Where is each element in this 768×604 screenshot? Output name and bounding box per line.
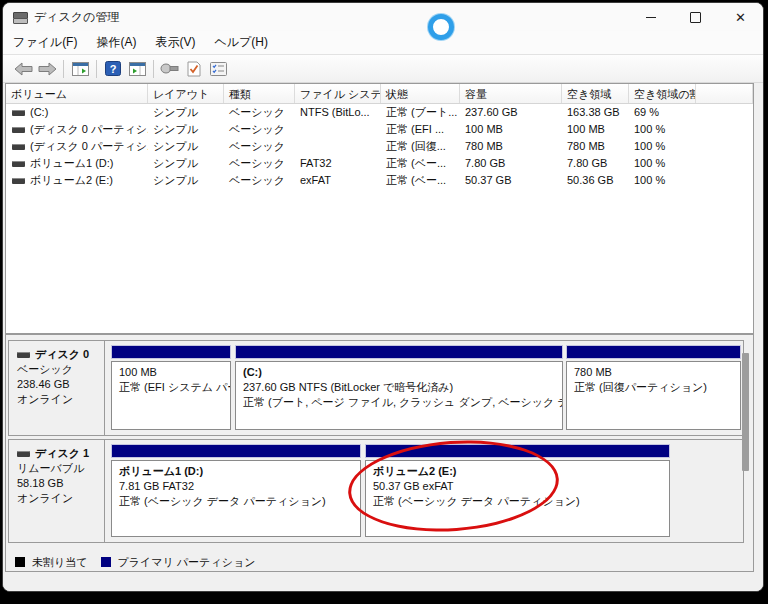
partition-status: 正常 (EFI システム パー: [119, 380, 224, 395]
volume-type: ベーシック: [224, 172, 295, 189]
disk-graphical-panel: ディスク 0 ベーシック 238.46 GB オンライン 100 MB 正常 (…: [5, 334, 754, 553]
forward-arrow-icon[interactable]: [35, 58, 59, 80]
disk-tool-icon[interactable]: [158, 58, 182, 80]
toolbar-separator: [63, 60, 64, 78]
volume-free: 780 MB: [562, 138, 629, 155]
col-capacity[interactable]: 容量: [460, 84, 562, 103]
legend-unallocated-swatch: [15, 557, 25, 567]
menu-bar: ファイル(F) 操作(A) 表示(V) ヘルプ(H): [3, 31, 763, 55]
volume-fs: exFAT: [295, 172, 381, 189]
partition-title: ボリューム1 (D:): [119, 464, 354, 479]
property-list-icon[interactable]: [206, 58, 230, 80]
menu-action[interactable]: 操作(A): [87, 31, 145, 54]
volume-row-d[interactable]: ボリューム1 (D:) シンプル ベーシック FAT32 正常 (ベー... 7…: [6, 155, 753, 172]
title-bar: ディスクの管理 ✕: [3, 3, 763, 31]
volume-free-percent: 100 %: [629, 155, 696, 172]
volume-row-disk0-part2[interactable]: (ディスク 0 パーティシ... シンプル ベーシック 正常 (回復... 78…: [6, 138, 753, 155]
maximize-button[interactable]: [673, 3, 718, 31]
console-tree-icon[interactable]: [68, 58, 92, 80]
maximize-icon: [690, 12, 701, 23]
minimize-button[interactable]: [628, 3, 673, 31]
volume-free: 100 MB: [562, 121, 629, 138]
volume-fs: NTFS (BitLo...: [295, 104, 381, 121]
legend-primary-partition-swatch: [101, 557, 111, 567]
volume-name: (C:): [30, 104, 48, 121]
volume-icon: [12, 178, 25, 184]
partition-title: ボリューム2 (E:): [373, 464, 663, 479]
volume-row-c[interactable]: (C:) シンプル ベーシック NTFS (BitLo... 正常 (ブート..…: [6, 104, 753, 121]
volume-name: ボリューム1 (D:): [30, 155, 114, 172]
col-free-percent[interactable]: 空き領域の割...: [629, 84, 696, 103]
volume-layout: シンプル: [148, 104, 224, 121]
col-volume[interactable]: ボリューム: [6, 84, 148, 103]
touch-pointer-indicator: [428, 14, 454, 40]
vertical-scrollbar[interactable]: [741, 337, 750, 551]
legend-primary-partition-label: プライマリ パーティション: [118, 555, 256, 570]
disk-icon: [17, 451, 30, 457]
col-free[interactable]: 空き領域: [562, 84, 629, 103]
back-arrow-icon[interactable]: [11, 58, 35, 80]
partition-status: 正常 (ベーシック データ パーティション): [119, 494, 354, 509]
volume-row-e[interactable]: ボリューム2 (E:) シンプル ベーシック exFAT 正常 (ベー... 5…: [6, 172, 753, 189]
volume-name: (ディスク 0 パーティシ...: [30, 138, 148, 155]
disk1-info[interactable]: ディスク 1 リムーバブル 58.18 GB オンライン: [9, 440, 105, 542]
volume-icon: [12, 161, 25, 167]
volume-list-panel: ボリューム レイアウト 種類 ファイル システム 状態 容量 空き領域 空き領域…: [5, 83, 754, 334]
volume-type: ベーシック: [224, 138, 295, 155]
volume-icon: [12, 144, 25, 150]
partition-color-strip: [365, 444, 670, 458]
volume-status: 正常 (回復...: [381, 138, 460, 155]
menu-file[interactable]: ファイル(F): [4, 31, 86, 54]
legend-unallocated-label: 未割り当て: [32, 555, 88, 570]
window-title: ディスクの管理: [34, 9, 119, 26]
partition-color-strip: [111, 444, 361, 458]
disk-size: 238.46 GB: [17, 377, 104, 392]
scrollbar-thumb[interactable]: [742, 353, 749, 471]
window-footer: [3, 572, 763, 591]
disk0-band: ディスク 0 ベーシック 238.46 GB オンライン 100 MB 正常 (…: [8, 340, 744, 436]
partition-size: 7.81 GB FAT32: [119, 479, 354, 494]
disk-name: ディスク 0: [35, 347, 89, 362]
volume-capacity: 780 MB: [460, 138, 562, 155]
check-document-icon[interactable]: [182, 58, 206, 80]
volume-free: 50.36 GB: [562, 172, 629, 189]
partition-status: 正常 (ブート, ページ ファイル, クラッシュ ダンプ, ベーシック データ …: [243, 395, 556, 410]
action-pane-icon[interactable]: [125, 58, 149, 80]
volume-free-percent: 100 %: [629, 172, 696, 189]
col-status[interactable]: 状態: [381, 84, 460, 103]
disk-management-window: ディスクの管理 ✕ ファイル(F) 操作(A) 表示(V) ヘルプ(H) ?: [2, 2, 764, 592]
volume-free-percent: 100 %: [629, 121, 696, 138]
disk0-partition-recovery[interactable]: 780 MB 正常 (回復パーティション): [566, 345, 741, 430]
volume-capacity: 237.60 GB: [460, 104, 562, 121]
disk0-partition-c[interactable]: (C:) 237.60 GB NTFS (BitLocker で暗号化済み) 正…: [235, 345, 563, 430]
volume-type: ベーシック: [224, 155, 295, 172]
volume-free-percent: 69 %: [629, 104, 696, 121]
disk-management-app-icon: [13, 11, 27, 23]
col-type[interactable]: 種類: [224, 84, 295, 103]
help-icon[interactable]: ?: [101, 58, 125, 80]
partition-size: 50.37 GB exFAT: [373, 479, 663, 494]
partition-size: 100 MB: [119, 365, 224, 380]
menu-help[interactable]: ヘルプ(H): [205, 31, 277, 54]
volume-row-disk0-part1[interactable]: (ディスク 0 パーティシ... シンプル ベーシック 正常 (EFI ... …: [6, 121, 753, 138]
menu-view[interactable]: 表示(V): [146, 31, 204, 54]
volume-status: 正常 (EFI ...: [381, 121, 460, 138]
col-filesystem[interactable]: ファイル システム: [295, 84, 381, 103]
partition-status: 正常 (回復パーティション): [574, 380, 734, 395]
volume-name: ボリューム2 (E:): [30, 172, 113, 189]
volume-layout: シンプル: [148, 121, 224, 138]
toolbar-separator: [96, 60, 97, 78]
close-button[interactable]: ✕: [718, 3, 763, 31]
partition-title: (C:): [243, 365, 556, 380]
col-layout[interactable]: レイアウト: [148, 84, 224, 103]
disk0-info[interactable]: ディスク 0 ベーシック 238.46 GB オンライン: [9, 341, 105, 435]
volume-type: ベーシック: [224, 104, 295, 121]
toolbar-separator: [153, 60, 154, 78]
disk0-partition-efi[interactable]: 100 MB 正常 (EFI システム パー: [111, 345, 231, 430]
disk1-partition-d[interactable]: ボリューム1 (D:) 7.81 GB FAT32 正常 (ベーシック データ …: [111, 444, 361, 537]
volume-capacity: 7.80 GB: [460, 155, 562, 172]
disk-icon: [17, 352, 30, 358]
volume-status: 正常 (ベー...: [381, 172, 460, 189]
disk1-partition-e[interactable]: ボリューム2 (E:) 50.37 GB exFAT 正常 (ベーシック データ…: [365, 444, 670, 537]
disk-name: ディスク 1: [35, 446, 89, 461]
